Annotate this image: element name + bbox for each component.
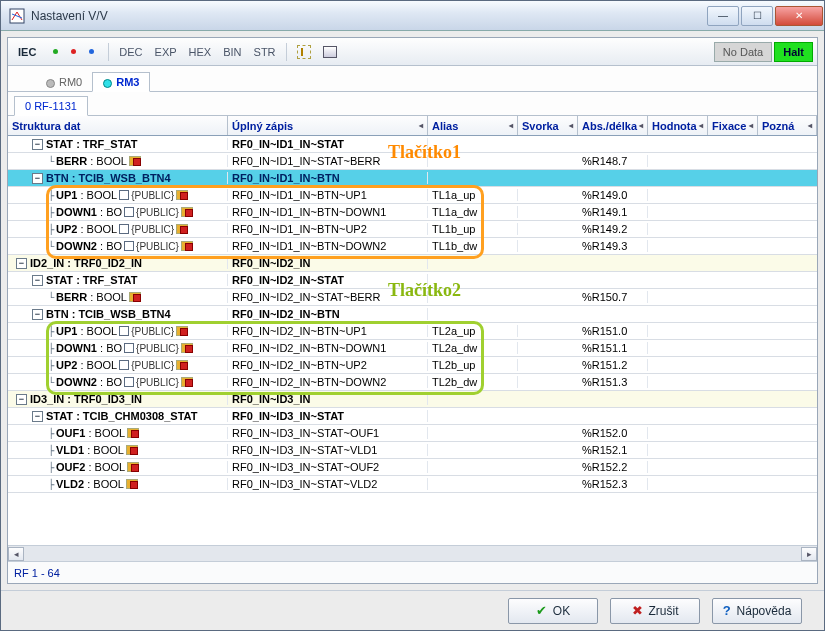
cell-full: RF0_IN~ID2_IN~BTN~DOWN1 <box>228 342 428 354</box>
tree-collapse-icon[interactable]: − <box>16 258 27 269</box>
maximize-button[interactable]: ☐ <box>741 6 773 26</box>
table-row[interactable]: └DOWN2 : BO{PUBLIC}RF0_IN~ID1_IN~BTN~DOW… <box>8 238 817 255</box>
cell-full: RF0_IN~ID2_IN~BTN~UP1 <box>228 325 428 337</box>
table-row[interactable]: ├DOWN1 : BO{PUBLIC}RF0_IN~ID1_IN~BTN~DOW… <box>8 204 817 221</box>
help-button[interactable]: ?Nápověda <box>712 598 802 624</box>
public-checkbox[interactable] <box>124 241 134 251</box>
cancel-button[interactable]: ✖Zrušit <box>610 598 700 624</box>
cell-struct: ├DOWN1 : BO{PUBLIC} <box>8 342 228 354</box>
tree-collapse-icon[interactable]: − <box>32 309 43 320</box>
table-row[interactable]: └BERR : BOOLRF0_IN~ID1_IN~STAT~BERR%R148… <box>8 153 817 170</box>
table-row[interactable]: └DOWN2 : BO{PUBLIC}RF0_IN~ID2_IN~BTN~DOW… <box>8 374 817 391</box>
toolbar-slider-icon[interactable] <box>291 43 317 61</box>
public-checkbox[interactable] <box>124 343 134 353</box>
tab-node-0[interactable]: 0 RF-1131 <box>14 96 88 116</box>
tree-branch-icon: ├ <box>48 326 54 337</box>
scroll-track[interactable] <box>24 547 801 561</box>
cell-abs: %R149.2 <box>578 223 648 235</box>
col-fixace[interactable]: Fixace◂ <box>708 116 758 135</box>
table-row[interactable]: −BTN : TCIB_WSB_BTN4RF0_IN~ID2_IN~BTN <box>8 306 817 323</box>
sort-icon: ◂ <box>749 121 753 130</box>
public-checkbox[interactable] <box>119 326 129 336</box>
table-row[interactable]: −STAT : TRF_STATRF0_IN~ID2_IN~STAT <box>8 272 817 289</box>
status-dot-cyan-icon <box>103 79 112 88</box>
table-row[interactable]: −ID3_IN : TRF0_ID3_INRF0_IN~ID3_IN <box>8 391 817 408</box>
cell-full: RF0_IN~ID2_IN~STAT~BERR <box>228 291 428 303</box>
horizontal-scrollbar[interactable]: ◂ ▸ <box>8 545 817 561</box>
tag-icon <box>126 445 138 455</box>
cell-struct: −BTN : TCIB_WSB_BTN4 <box>8 172 228 184</box>
table-row[interactable]: └BERR : BOOLRF0_IN~ID2_IN~STAT~BERR%R150… <box>8 289 817 306</box>
public-checkbox[interactable] <box>124 377 134 387</box>
rm-tabs: RM0 RM3 <box>8 66 817 92</box>
table-row[interactable]: ├OUF1 : BOOLRF0_IN~ID3_IN~STAT~OUF1%R152… <box>8 425 817 442</box>
cell-abs: %R151.3 <box>578 376 648 388</box>
table-row[interactable]: −ID2_IN : TRF0_ID2_INRF0_IN~ID2_IN <box>8 255 817 272</box>
cell-alias: TL2a_dw <box>428 342 518 354</box>
tag-icon <box>127 462 139 472</box>
table-row[interactable]: ├DOWN1 : BO{PUBLIC}RF0_IN~ID2_IN~BTN~DOW… <box>8 340 817 357</box>
table-row[interactable]: ├UP2 : BOOL{PUBLIC}RF0_IN~ID1_IN~BTN~UP2… <box>8 221 817 238</box>
table-body[interactable]: −STAT : TRF_STATRF0_IN~ID1_IN~STAT└BERR … <box>8 136 817 545</box>
tab-rm3[interactable]: RM3 <box>92 72 150 92</box>
table-row[interactable]: ├UP1 : BOOL{PUBLIC}RF0_IN~ID1_IN~BTN~UP1… <box>8 187 817 204</box>
col-full[interactable]: Úplný zápis◂ <box>228 116 428 135</box>
public-checkbox[interactable] <box>119 360 129 370</box>
tree-collapse-icon[interactable]: − <box>16 394 27 405</box>
table-row[interactable]: ├UP1 : BOOL{PUBLIC}RF0_IN~ID2_IN~BTN~UP1… <box>8 323 817 340</box>
table-row[interactable]: −BTN : TCIB_WSB_BTN4RF0_IN~ID1_IN~BTN <box>8 170 817 187</box>
tree-branch-icon: └ <box>48 377 54 388</box>
toolbar-fmt-str[interactable]: STR <box>248 44 282 60</box>
toolbar-fmt-exp[interactable]: EXP <box>149 44 183 60</box>
cell-full: RF0_IN~ID2_IN~STAT <box>228 274 428 286</box>
toolbar-fmt-hex[interactable]: HEX <box>183 44 218 60</box>
col-svorka[interactable]: Svorka◂ <box>518 116 578 135</box>
tree-collapse-icon[interactable]: − <box>32 139 43 150</box>
table-row[interactable]: ├VLD1 : BOOLRF0_IN~ID3_IN~STAT~VLD1%R152… <box>8 442 817 459</box>
tree-collapse-icon[interactable]: − <box>32 173 43 184</box>
cell-abs: %R149.3 <box>578 240 648 252</box>
window-title: Nastavení V/V <box>31 9 706 23</box>
col-struct[interactable]: Struktura dat <box>8 116 228 135</box>
toolbar-halt[interactable]: Halt <box>774 42 813 62</box>
tree-branch-icon: ├ <box>48 343 54 354</box>
toolbar-fmt-dec[interactable]: DEC <box>113 44 148 60</box>
public-checkbox[interactable] <box>119 190 129 200</box>
tree-collapse-icon[interactable]: − <box>32 411 43 422</box>
col-hodnota[interactable]: Hodnota◂ <box>648 116 708 135</box>
cell-full: RF0_IN~ID1_IN~BTN <box>228 172 428 184</box>
table-row[interactable]: ├OUF2 : BOOLRF0_IN~ID3_IN~STAT~OUF2%R152… <box>8 459 817 476</box>
tree-icon-green <box>48 49 62 54</box>
cell-abs: %R152.2 <box>578 461 648 473</box>
toolbar-nodata[interactable]: No Data <box>714 42 772 62</box>
close-button[interactable]: ✕ <box>775 6 823 26</box>
col-alias[interactable]: Alias◂ <box>428 116 518 135</box>
cell-full: RF0_IN~ID1_IN~BTN~UP2 <box>228 223 428 235</box>
table-row[interactable]: ├VLD2 : BOOLRF0_IN~ID3_IN~STAT~VLD2%R152… <box>8 476 817 493</box>
cell-abs: %R149.1 <box>578 206 648 218</box>
minimize-button[interactable]: — <box>707 6 739 26</box>
col-pozn[interactable]: Pozná◂ <box>758 116 817 135</box>
table-row[interactable]: ├UP2 : BOOL{PUBLIC}RF0_IN~ID2_IN~BTN~UP2… <box>8 357 817 374</box>
table-row[interactable]: −STAT : TCIB_CHM0308_STATRF0_IN~ID3_IN~S… <box>8 408 817 425</box>
cell-alias: TL2b_dw <box>428 376 518 388</box>
scroll-right-icon[interactable]: ▸ <box>801 547 817 561</box>
scroll-left-icon[interactable]: ◂ <box>8 547 24 561</box>
toolbar-fmt-bin[interactable]: BIN <box>217 44 247 60</box>
col-abs[interactable]: Abs./délka◂ <box>578 116 648 135</box>
cell-abs: %R152.0 <box>578 427 648 439</box>
table-row[interactable]: −STAT : TRF_STATRF0_IN~ID1_IN~STAT <box>8 136 817 153</box>
question-icon: ? <box>723 603 731 618</box>
window-buttons: — ☐ ✕ <box>706 6 824 26</box>
sort-icon: ◂ <box>699 121 703 130</box>
toolbar-iec[interactable]: IEC <box>12 44 42 60</box>
toolbar-tree-icons[interactable] <box>42 47 104 56</box>
public-checkbox[interactable] <box>119 224 129 234</box>
tab-rm0[interactable]: RM0 <box>36 73 92 91</box>
tag-icon <box>181 241 193 251</box>
toolbar-window-icon[interactable] <box>317 44 343 60</box>
tree-collapse-icon[interactable]: − <box>32 275 43 286</box>
status-dot-grey-icon <box>46 79 55 88</box>
public-checkbox[interactable] <box>124 207 134 217</box>
ok-button[interactable]: ✔OK <box>508 598 598 624</box>
